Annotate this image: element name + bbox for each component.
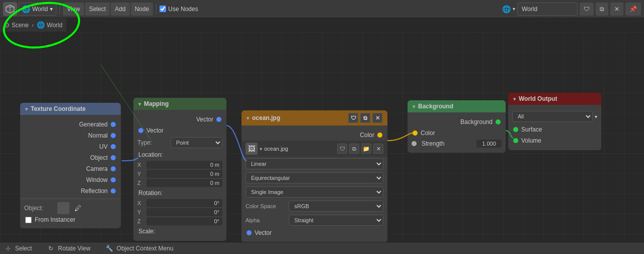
add-label: Add xyxy=(115,6,125,13)
ocean-copy-btn[interactable]: ⧉ xyxy=(360,113,370,123)
mapping-z-loc-label: Z xyxy=(137,180,144,186)
mapping-x-rot-value[interactable]: 0° xyxy=(146,199,222,207)
texture-coordinate-node: ▾ Texture Coordinate Generated Normal UV… xyxy=(20,103,121,228)
status-rotate-icon: ↻ xyxy=(47,244,55,252)
world-output-volume-socket xyxy=(513,138,518,143)
tc-uv-row: UV xyxy=(20,141,121,152)
status-rotate: ↻ Rotate View xyxy=(47,244,90,252)
ocean-source-row: Single Image xyxy=(242,185,387,199)
tc-generated-row: Generated xyxy=(20,119,121,130)
mapping-x-loc-value[interactable]: 0 m xyxy=(146,161,222,169)
mapping-z-loc-value[interactable]: 0 m xyxy=(146,179,222,187)
tc-from-instancer-checkbox[interactable] xyxy=(25,217,32,223)
mapping-node: ▾ Mapping Vector Vector Type: P xyxy=(133,98,226,241)
background-strength-row: Strength 1.000 xyxy=(408,139,506,149)
editor-icon[interactable] xyxy=(3,2,17,16)
ocean-vector-row: Vector xyxy=(242,227,387,238)
mapping-header[interactable]: ▾ Mapping xyxy=(133,98,226,110)
shield-btn[interactable]: 🛡 xyxy=(580,3,594,16)
sep2 xyxy=(156,4,156,14)
texture-coordinate-header[interactable]: ▾ Texture Coordinate xyxy=(20,103,121,115)
mapping-vector-output-row: Vector xyxy=(133,114,226,125)
ocean-projection-select[interactable]: Equirectangular xyxy=(246,172,383,183)
texture-coordinate-body: Generated Normal UV Object Camera xyxy=(20,115,121,228)
ocean-alpha-select[interactable]: Straight xyxy=(289,215,383,226)
tc-eyedropper-icon[interactable]: 🖊 xyxy=(74,204,82,212)
pin-btn[interactable]: 📌 xyxy=(625,3,641,16)
ocean-title: ocean.jpg xyxy=(252,114,280,121)
world-output-surface-socket xyxy=(513,127,518,132)
breadcrumb-scene[interactable]: ⊙ Scene xyxy=(4,21,29,29)
tc-uv-socket xyxy=(111,144,116,149)
select-menu-btn[interactable]: Select xyxy=(85,3,110,16)
mapping-type-select[interactable]: Point xyxy=(171,137,222,148)
mapping-y-rot-label: Y xyxy=(137,209,144,215)
ocean-img-folder[interactable]: 📁 xyxy=(361,144,371,154)
node-menu-btn[interactable]: Node xyxy=(131,3,153,16)
node-label: Node xyxy=(135,6,149,13)
tc-window-row: Window xyxy=(20,174,121,185)
breadcrumb-sep: › xyxy=(32,22,34,29)
mapping-vector-out-socket xyxy=(216,117,221,122)
tc-window-socket xyxy=(111,177,116,182)
ocean-node: ▾ ocean.jpg 🛡 ⧉ ✕ Color 🖼 ▾ ocea xyxy=(242,110,387,242)
copy-btn[interactable]: ⧉ xyxy=(596,3,608,16)
background-strength-value[interactable]: 1.000 xyxy=(476,140,502,148)
use-nodes-label[interactable]: Use Nodes xyxy=(159,6,198,13)
tc-object-icon[interactable] xyxy=(57,202,69,214)
mapping-y-loc-value[interactable]: 0 m xyxy=(146,170,222,178)
status-rotate-label: Rotate View xyxy=(58,245,90,252)
world-output-body: All ▾ Surface Volume xyxy=(508,105,601,150)
texture-coordinate-title: Texture Coordinate xyxy=(31,105,86,112)
mapping-type-row: Type: Point xyxy=(133,136,226,149)
mapping-title: Mapping xyxy=(144,100,169,107)
ocean-img-close[interactable]: ✕ xyxy=(373,144,383,154)
world-output-dropdown-row: All ▾ xyxy=(508,109,601,124)
world-output-select[interactable]: All xyxy=(512,111,593,122)
tc-from-instancer-label: From Instancer xyxy=(35,216,75,223)
ocean-color-socket xyxy=(377,133,382,138)
ocean-interpolation-select[interactable]: Linear xyxy=(246,158,383,169)
ocean-source-select[interactable]: Single Image xyxy=(246,186,383,198)
mapping-location-label: Location: xyxy=(138,151,163,158)
ocean-image-bar: 🖼 ▾ ocean.jpg 🛡 ⧉ 📁 ✕ xyxy=(242,141,387,157)
world-name-input[interactable] xyxy=(517,3,578,16)
ocean-img-dropdown[interactable]: ▾ xyxy=(260,146,262,152)
ocean-close-btn[interactable]: ✕ xyxy=(372,113,382,123)
background-color-row: Color xyxy=(408,128,506,139)
tc-object-label: Object xyxy=(90,154,108,161)
header-globe-dropdown[interactable]: ▾ xyxy=(513,6,515,12)
ocean-header[interactable]: ▾ ocean.jpg 🛡 ⧉ ✕ xyxy=(242,110,387,125)
collapse-arrow: ▾ xyxy=(25,106,28,112)
ocean-colorspace-select[interactable]: sRGB xyxy=(289,201,383,212)
breadcrumb-world[interactable]: 🌐 World xyxy=(37,21,62,29)
status-cursor-icon: ⊹ xyxy=(4,244,12,252)
background-strength-socket xyxy=(412,141,417,146)
view-menu-btn[interactable]: View xyxy=(63,3,84,16)
background-color-socket xyxy=(413,131,418,136)
mapping-y-loc-label: Y xyxy=(137,171,144,177)
world-output-header[interactable]: ▾ World Output xyxy=(508,93,601,105)
mapping-x-loc-label: X xyxy=(137,162,144,168)
mapping-z-rot-value[interactable]: 0° xyxy=(146,217,222,225)
tc-reflection-row: Reflection xyxy=(20,185,121,197)
tc-normal-row: Normal xyxy=(20,130,121,141)
background-strength-label: Strength xyxy=(422,140,474,147)
world-output-node: ▾ World Output All ▾ Surface xyxy=(508,93,601,150)
tc-object-field-label: Object: xyxy=(24,205,54,212)
mapping-y-rot-value[interactable]: 0° xyxy=(146,208,222,216)
ocean-img-copy[interactable]: ⧉ xyxy=(349,144,359,154)
background-header[interactable]: ▾ Background xyxy=(408,100,506,112)
ocean-colorspace-row: Color Space sRGB xyxy=(242,199,387,213)
close-btn[interactable]: ✕ xyxy=(610,3,623,16)
ocean-img-shield[interactable]: 🛡 xyxy=(337,144,347,154)
ocean-shield-btn[interactable]: 🛡 xyxy=(348,113,358,123)
tc-camera-label: Camera xyxy=(86,165,108,172)
add-menu-btn[interactable]: Add xyxy=(111,3,129,16)
tc-reflection-socket xyxy=(111,188,116,194)
world-dropdown[interactable]: 🌐 World ▾ xyxy=(18,3,56,16)
use-nodes-checkbox[interactable] xyxy=(159,6,166,12)
tc-normal-label: Normal xyxy=(88,132,108,139)
background-color-label: Color xyxy=(421,130,435,137)
mapping-y-loc-row: Y 0 m xyxy=(133,169,226,178)
